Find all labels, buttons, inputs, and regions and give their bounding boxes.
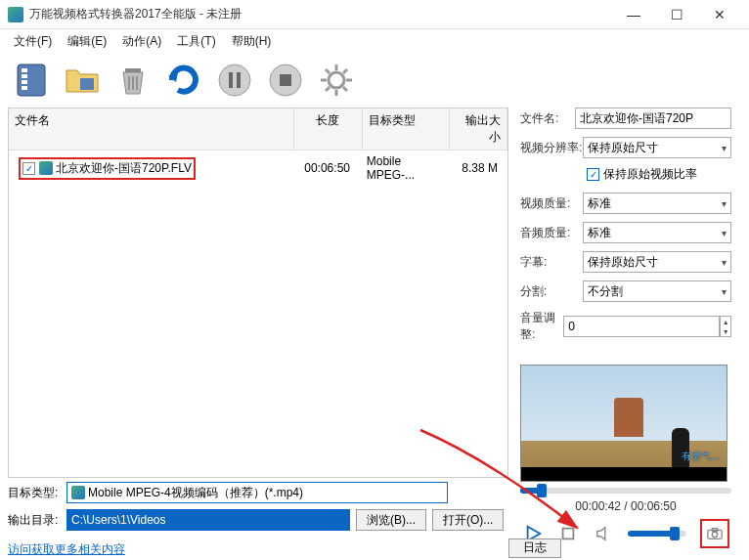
close-button[interactable]: ✕ (698, 1, 741, 28)
svg-line-20 (326, 69, 330, 73)
label-aquality: 音频质量: (520, 225, 583, 241)
svg-rect-1 (22, 68, 27, 72)
preview-subtitle: 有勇气… (682, 450, 721, 463)
table-row[interactable]: ✓ 北京欢迎你-国语720P.FLV 00:06:50 Mobile MPEG-… (9, 151, 507, 186)
target-combo[interactable]: Mobile MPEG-4视频编码（推荐）(*.mp4) (66, 482, 448, 503)
svg-rect-11 (229, 72, 233, 88)
label-vquality: 视频质量: (520, 195, 583, 212)
svg-rect-2 (22, 74, 27, 78)
stop-button[interactable] (262, 57, 309, 104)
log-button[interactable]: 日志 (508, 538, 561, 558)
label-resolution: 视频分辨率: (520, 140, 583, 156)
svg-rect-4 (22, 86, 27, 90)
col-type[interactable]: 目标类型 (363, 108, 450, 150)
chevron-down-icon: ▾ (722, 257, 727, 268)
keep-ratio-checkbox[interactable]: ✓ (587, 168, 599, 181)
remove-button[interactable] (110, 57, 156, 104)
output-combo[interactable]: C:\Users\1\Videos (66, 509, 350, 531)
svg-point-10 (219, 65, 250, 96)
settings-button[interactable] (313, 57, 360, 104)
label-volume: 音量调整: (520, 310, 563, 343)
svg-rect-14 (280, 74, 291, 86)
chevron-down-icon: ▾ (722, 286, 727, 297)
minimize-button[interactable]: — (612, 1, 655, 28)
svg-rect-6 (125, 68, 141, 72)
label-split: 分割: (520, 283, 583, 300)
label-filename: 文件名: (520, 110, 575, 127)
chevron-down-icon: ▾ (722, 228, 727, 238)
volume-spinner[interactable]: ▲▼ (720, 316, 731, 337)
svg-point-15 (329, 72, 344, 88)
window-title: 万能视频格式转换器2017全能版 - 未注册 (29, 6, 612, 22)
convert-button[interactable] (160, 57, 207, 104)
add-file-button[interactable] (8, 57, 55, 104)
menu-edit[interactable]: 编辑(E) (60, 31, 114, 52)
add-folder-button[interactable] (59, 57, 106, 104)
maximize-button[interactable]: ☐ (655, 1, 698, 28)
menu-action[interactable]: 动作(A) (114, 31, 169, 52)
label-subtitle: 字幕: (520, 254, 583, 271)
browse-button[interactable]: 浏览(B)... (356, 509, 426, 531)
row-type: Mobile MPEG-... (361, 152, 447, 184)
keep-ratio-label: 保持原始视频比率 (603, 166, 697, 183)
menu-help[interactable]: 帮助(H) (224, 31, 280, 52)
label-output: 输出目录: (8, 512, 66, 529)
input-volume[interactable] (563, 316, 720, 337)
select-aquality[interactable]: 标准▾ (583, 222, 731, 243)
video-preview[interactable]: 有勇气… (520, 365, 727, 482)
svg-rect-12 (237, 72, 241, 88)
select-vquality[interactable]: 标准▾ (583, 193, 731, 214)
row-size: 8.38 M (446, 159, 504, 177)
svg-line-22 (343, 69, 347, 73)
svg-line-21 (343, 87, 347, 91)
row-checkbox[interactable]: ✓ (22, 162, 35, 175)
row-length: 00:06:50 (294, 159, 361, 177)
row-filename: 北京欢迎你-国语720P.FLV (56, 160, 192, 177)
col-filename[interactable]: 文件名 (9, 108, 294, 150)
status-link[interactable]: 访问获取更多相关内容 (8, 541, 125, 558)
app-icon (8, 7, 23, 22)
input-filename[interactable] (575, 108, 731, 129)
chevron-down-icon: ▾ (722, 143, 727, 153)
col-length[interactable]: 长度 (294, 108, 362, 150)
label-target: 目标类型: (8, 485, 66, 501)
select-resolution[interactable]: 保持原始尺寸▾ (583, 137, 731, 158)
svg-rect-5 (80, 78, 94, 90)
svg-rect-3 (22, 80, 27, 84)
file-icon (71, 486, 85, 499)
menu-file[interactable]: 文件(F) (6, 31, 60, 52)
open-button[interactable]: 打开(O)... (432, 509, 504, 531)
select-subtitle[interactable]: 保持原始尺寸▾ (583, 251, 731, 273)
file-table: 文件名 长度 目标类型 输出大小 ✓ 北京欢迎你-国语720P.FLV 00:0… (8, 108, 508, 478)
col-size[interactable]: 输出大小 (450, 108, 507, 150)
file-icon (39, 161, 53, 175)
menu-tools[interactable]: 工具(T) (169, 31, 223, 52)
pause-button[interactable] (211, 57, 258, 104)
svg-line-23 (326, 87, 330, 91)
select-split[interactable]: 不分割▾ (583, 280, 731, 302)
chevron-down-icon: ▾ (722, 198, 727, 209)
